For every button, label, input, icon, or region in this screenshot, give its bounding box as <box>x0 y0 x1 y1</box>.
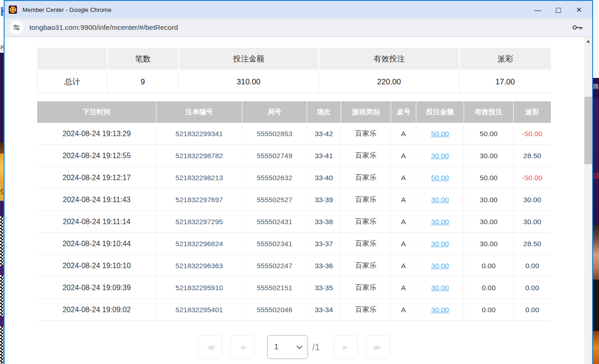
background-page-right-strip: 路 活 <box>593 0 599 364</box>
col-header-bet-time: 下注时间 <box>37 101 156 123</box>
screen: H 程 优 路 活 Member Center - Google Chrome … <box>0 0 599 364</box>
cell-payout: 30.00 <box>513 189 551 210</box>
cell-round-no: 555502632 <box>242 167 307 188</box>
cell-session: 33-36 <box>307 255 341 276</box>
cell-order-no: 521832298782 <box>156 145 242 166</box>
cell-bet-time: 2024-08-24 19:11:43 <box>37 189 156 210</box>
background-block <box>0 154 4 183</box>
background-block <box>0 142 4 154</box>
table-row: 2024-08-24 19:11:14 521832297295 5555024… <box>37 211 551 233</box>
cell-session: 33-39 <box>307 189 341 210</box>
cell-game-type: 百家乐 <box>341 299 391 320</box>
table-row: 2024-08-24 19:12:17 521832298213 5555026… <box>37 167 551 189</box>
cell-bet-time: 2024-08-24 19:09:39 <box>37 277 156 298</box>
cell-round-no: 555502527 <box>242 189 307 210</box>
background-block <box>0 316 4 326</box>
url-text[interactable]: tongbao31.com:9900/infe/mcenter/#/betRec… <box>29 23 178 32</box>
col-header-bet-amount: 投注金额 <box>416 101 464 123</box>
cell-order-no: 521832297295 <box>156 211 242 232</box>
bet-amount-link[interactable]: 50.00 <box>431 174 449 182</box>
summary-header-valid-bet: 有效投注 <box>319 48 459 71</box>
background-block <box>0 201 4 216</box>
cell-round-no: 555502151 <box>242 277 307 298</box>
table-row: 2024-08-24 19:10:10 521832296363 5555022… <box>37 255 551 277</box>
bet-amount-link[interactable]: 30.00 <box>431 240 449 248</box>
first-page-button[interactable]: ◀◀ <box>198 335 222 359</box>
vertical-scrollbar[interactable]: ▲ <box>584 37 592 364</box>
cell-payout: 0.00 <box>513 255 551 276</box>
bet-amount-link[interactable]: 30.00 <box>431 218 449 226</box>
background-block <box>593 99 599 225</box>
background-text-fragment: 程 <box>0 44 4 52</box>
cell-payout: 28.50 <box>513 233 551 254</box>
cell-order-no: 521832299341 <box>156 123 242 144</box>
bet-amount-link[interactable]: 30.00 <box>431 306 449 314</box>
bet-amount-link[interactable]: 30.00 <box>431 284 449 292</box>
cell-order-no: 521832296363 <box>156 255 242 276</box>
table-row: 2024-08-24 19:12:55 521832298782 5555027… <box>37 145 551 167</box>
cell-payout: 0.00 <box>513 277 551 298</box>
next-page-button[interactable]: ▶ <box>334 335 358 359</box>
cell-payout: 28.50 <box>513 145 551 166</box>
cell-valid-bet: 0.00 <box>464 255 513 276</box>
cell-table-no: A <box>391 123 416 144</box>
cell-bet-time: 2024-08-24 19:12:17 <box>37 167 156 188</box>
password-manager-button[interactable] <box>572 24 583 31</box>
background-text-fragment: 优 <box>0 187 4 196</box>
cell-session: 33-40 <box>307 167 341 188</box>
scrollbar-thumb[interactable] <box>584 97 592 164</box>
col-header-payout: 派彩 <box>513 101 551 123</box>
bet-amount-link[interactable]: 50.00 <box>431 130 449 138</box>
cell-bet-time: 2024-08-24 19:10:44 <box>37 233 156 254</box>
cell-bet-time: 2024-08-24 19:11:14 <box>37 211 156 232</box>
cell-order-no: 521832296824 <box>156 233 242 254</box>
background-block <box>593 331 599 364</box>
summary-payout-value: 17.00 <box>459 71 551 93</box>
bet-amount-link[interactable]: 30.00 <box>431 196 449 204</box>
double-right-arrow-icon: ▶▶ <box>374 343 380 351</box>
summary-header-count: 笔数 <box>107 48 178 71</box>
window-title: Member Center - Google Chrome <box>22 6 112 13</box>
site-settings-button[interactable] <box>10 21 23 34</box>
table-row: 2024-08-24 19:09:02 521832295401 5555020… <box>37 299 551 321</box>
col-header-game-type: 游戏类别 <box>341 101 391 123</box>
col-header-session: 场次 <box>307 101 341 123</box>
cell-round-no: 555502431 <box>242 211 307 232</box>
background-qr-block <box>0 326 4 364</box>
summary-total-label: 总计 <box>37 71 107 93</box>
window-controls: — □ × <box>527 1 592 18</box>
close-button[interactable]: × <box>569 1 589 18</box>
cell-order-no: 521832295401 <box>156 299 242 320</box>
table-header-row: 下注时间 注单编号 局号 场次 游戏类别 桌号 投注金额 有效投注 派彩 <box>37 101 551 123</box>
page-select[interactable]: 1 <box>267 335 308 359</box>
cell-round-no: 555502749 <box>242 145 307 166</box>
background-block <box>0 266 4 275</box>
prev-page-button[interactable]: ◀ <box>230 335 254 359</box>
minimize-button[interactable]: — <box>527 1 548 18</box>
cell-game-type: 百家乐 <box>341 211 391 232</box>
table-row: 2024-08-24 19:11:43 521832297697 5555025… <box>37 189 551 211</box>
cell-session: 33-35 <box>307 277 341 298</box>
cell-round-no: 555502341 <box>242 233 307 254</box>
page-select-value: 1 <box>274 342 278 352</box>
summary-bet-amount-value: 310.00 <box>178 71 319 93</box>
cell-valid-bet: 0.00 <box>464 277 513 298</box>
cell-valid-bet: 30.00 <box>464 233 513 254</box>
bet-amount-link[interactable]: 30.00 <box>431 152 449 160</box>
cell-payout: -50.00 <box>513 123 551 144</box>
maximize-button[interactable]: □ <box>548 1 569 18</box>
cell-table-no: A <box>391 233 416 254</box>
col-header-round-no: 局号 <box>242 101 307 123</box>
cell-game-type: 百家乐 <box>341 145 391 166</box>
cell-table-no: A <box>391 167 416 188</box>
scroll-up-arrow-icon[interactable]: ▲ <box>584 37 592 45</box>
address-bar[interactable]: tongbao31.com:9900/infe/mcenter/#/betRec… <box>5 18 592 37</box>
cell-bet-time: 2024-08-24 19:09:02 <box>37 299 156 320</box>
summary-valid-bet-value: 220.00 <box>319 71 459 93</box>
cell-bet-time: 2024-08-24 19:12:55 <box>37 145 156 166</box>
cell-game-type: 百家乐 <box>341 123 391 144</box>
cell-game-type: 百家乐 <box>341 277 391 298</box>
last-page-button[interactable]: ▶▶ <box>366 335 390 359</box>
table-row: 2024-08-24 19:10:44 521832296824 5555023… <box>37 233 551 255</box>
bet-amount-link[interactable]: 30.00 <box>431 262 449 270</box>
